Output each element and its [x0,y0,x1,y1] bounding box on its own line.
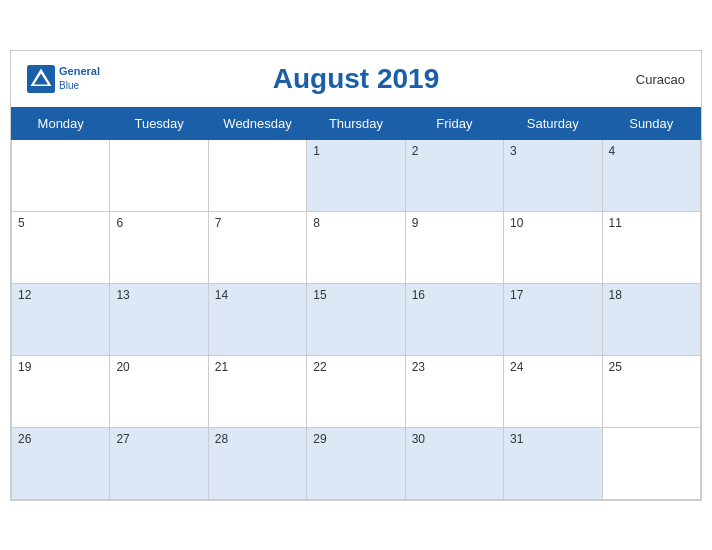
calendar-cell: 7 [208,211,306,283]
day-number: 20 [116,360,129,374]
calendar-cell [110,139,208,211]
calendar-cell: 31 [504,427,602,499]
calendar-cell [208,139,306,211]
calendar-title: August 2019 [273,63,440,95]
header-monday: Monday [12,107,110,139]
day-number: 12 [18,288,31,302]
day-number: 25 [609,360,622,374]
calendar-cell: 17 [504,283,602,355]
day-number: 17 [510,288,523,302]
calendar-cell: 21 [208,355,306,427]
day-number: 5 [18,216,25,230]
header-friday: Friday [405,107,503,139]
calendar-grid: Monday Tuesday Wednesday Thursday Friday… [11,107,701,500]
calendar-cell: 8 [307,211,405,283]
day-number: 19 [18,360,31,374]
calendar-cell: 2 [405,139,503,211]
header-tuesday: Tuesday [110,107,208,139]
generalblue-logo-icon [27,65,55,93]
day-number: 21 [215,360,228,374]
calendar-cell: 6 [110,211,208,283]
weekday-header-row: Monday Tuesday Wednesday Thursday Friday… [12,107,701,139]
calendar-cell: 9 [405,211,503,283]
day-number: 18 [609,288,622,302]
day-number: 10 [510,216,523,230]
calendar-cell: 1 [307,139,405,211]
calendar-cell: 12 [12,283,110,355]
calendar-cell: 3 [504,139,602,211]
calendar-body: 1234567891011121314151617181920212223242… [12,139,701,499]
calendar-week-row: 262728293031 [12,427,701,499]
day-number: 24 [510,360,523,374]
calendar-cell: 14 [208,283,306,355]
calendar-cell: 23 [405,355,503,427]
calendar-cell: 11 [602,211,700,283]
logo-area: GeneralBlue [27,65,100,93]
calendar-cell: 18 [602,283,700,355]
calendar-cell: 13 [110,283,208,355]
day-number: 2 [412,144,419,158]
day-number: 8 [313,216,320,230]
day-number: 14 [215,288,228,302]
calendar-week-row: 12131415161718 [12,283,701,355]
day-number: 6 [116,216,123,230]
calendar: GeneralBlue August 2019 Curacao Monday T… [10,50,702,501]
calendar-cell: 5 [12,211,110,283]
calendar-cell: 30 [405,427,503,499]
day-number: 15 [313,288,326,302]
day-number: 22 [313,360,326,374]
day-number: 7 [215,216,222,230]
day-number: 28 [215,432,228,446]
logo-text: GeneralBlue [59,65,100,91]
day-number: 30 [412,432,425,446]
calendar-cell: 10 [504,211,602,283]
calendar-cell: 28 [208,427,306,499]
calendar-cell [12,139,110,211]
calendar-cell: 22 [307,355,405,427]
calendar-cell: 16 [405,283,503,355]
day-number: 13 [116,288,129,302]
calendar-cell: 4 [602,139,700,211]
day-number: 4 [609,144,616,158]
calendar-cell: 26 [12,427,110,499]
day-number: 9 [412,216,419,230]
calendar-cell [602,427,700,499]
day-number: 11 [609,216,622,230]
day-number: 29 [313,432,326,446]
day-number: 27 [116,432,129,446]
calendar-cell: 24 [504,355,602,427]
day-number: 3 [510,144,517,158]
calendar-week-row: 1234 [12,139,701,211]
day-number: 1 [313,144,320,158]
calendar-cell: 25 [602,355,700,427]
country-label: Curacao [636,71,685,86]
day-number: 26 [18,432,31,446]
calendar-week-row: 19202122232425 [12,355,701,427]
calendar-cell: 27 [110,427,208,499]
header-thursday: Thursday [307,107,405,139]
calendar-cell: 29 [307,427,405,499]
day-number: 16 [412,288,425,302]
calendar-cell: 20 [110,355,208,427]
calendar-cell: 15 [307,283,405,355]
calendar-header: GeneralBlue August 2019 Curacao [11,51,701,107]
header-sunday: Sunday [602,107,700,139]
day-number: 23 [412,360,425,374]
header-saturday: Saturday [504,107,602,139]
day-number: 31 [510,432,523,446]
header-wednesday: Wednesday [208,107,306,139]
calendar-cell: 19 [12,355,110,427]
calendar-week-row: 567891011 [12,211,701,283]
